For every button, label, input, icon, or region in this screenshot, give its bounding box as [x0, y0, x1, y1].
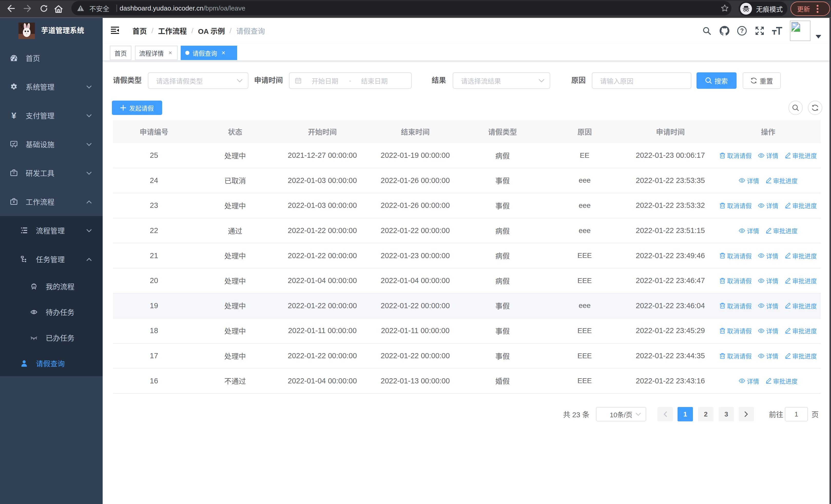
svg-text:?: ?	[740, 27, 744, 34]
